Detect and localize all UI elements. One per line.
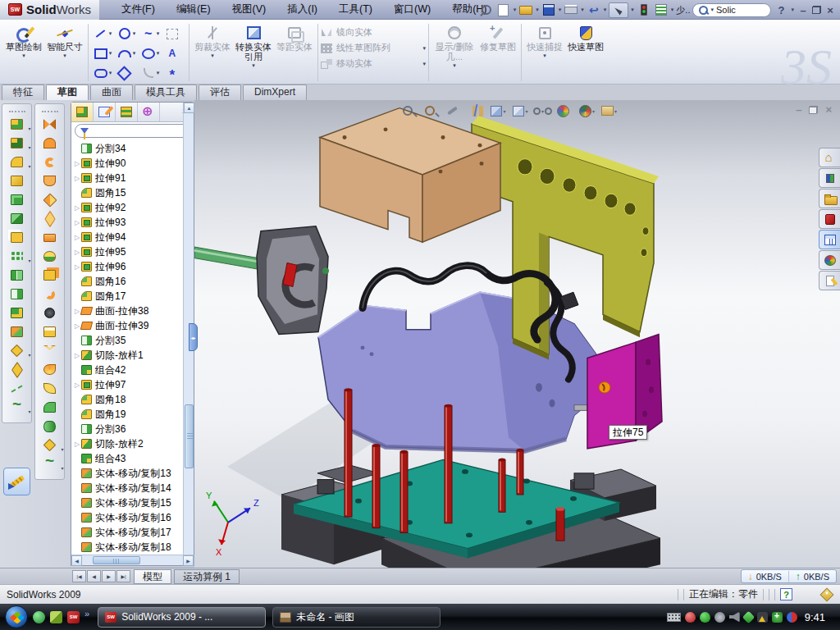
offset-entities-button[interactable]: 等距实体 xyxy=(274,21,315,84)
3d-model-view[interactable]: Y Z X xyxy=(194,100,840,568)
planar-surface-icon[interactable]: ▾ xyxy=(42,212,58,226)
circle-tool-icon[interactable]: ▾ xyxy=(115,24,139,43)
taskbar-clock[interactable]: 9:41 xyxy=(801,611,832,623)
menu-item[interactable]: 窗口(W) xyxy=(383,0,441,19)
search-value[interactable]: Solic xyxy=(716,5,736,15)
scroll-right-button[interactable]: ▶ xyxy=(183,555,194,566)
quick-tips-icon[interactable]: ? xyxy=(780,588,792,600)
ribbon-tab[interactable]: 草图 xyxy=(46,84,89,100)
task-pane-tab[interactable] xyxy=(819,230,840,249)
tree-item[interactable]: 曲面-拉伸38 xyxy=(73,304,182,318)
expand-icon[interactable] xyxy=(73,441,81,448)
tree-item[interactable]: 切除-放样1 xyxy=(73,348,182,363)
task-pane-tab[interactable] xyxy=(819,148,840,167)
rectangle-tool-icon[interactable]: ▾ xyxy=(91,43,115,63)
delete-face-icon[interactable]: ▾ xyxy=(42,306,58,320)
freeform-icon[interactable]: ▾ xyxy=(42,249,58,263)
extruded-cut-icon[interactable]: ▾ xyxy=(9,136,25,150)
health-icon[interactable] xyxy=(772,612,783,623)
ribbon-tab[interactable]: 曲面 xyxy=(90,84,133,100)
task-pane-tab[interactable] xyxy=(819,168,840,188)
messenger-quicklaunch-icon[interactable] xyxy=(33,611,45,623)
save-icon[interactable] xyxy=(541,2,556,17)
update-icon[interactable] xyxy=(714,612,725,623)
linear-sketch-pattern-button[interactable]: 线性草图阵列 ▾ xyxy=(321,42,426,54)
repair-sketch-button[interactable]: 修复草图 xyxy=(477,21,518,84)
insert-part[interactable] xyxy=(194,226,329,335)
tab-nav-button[interactable]: |◀ xyxy=(72,570,86,582)
hide-show-items-icon[interactable]: ▾ xyxy=(532,103,553,119)
ribbon-tab[interactable]: 评估 xyxy=(199,84,241,100)
slot-tool-icon[interactable]: ▾ xyxy=(91,63,115,83)
tree-item[interactable]: 拉伸93 xyxy=(73,215,182,230)
zoom-fit-icon[interactable]: ▾ xyxy=(399,103,420,119)
tab-nav-button[interactable]: ▶ xyxy=(102,570,116,582)
smart-dimension-button[interactable]: 智能尺寸 ▾ xyxy=(44,21,85,84)
tree-item[interactable]: 拉伸96 xyxy=(73,259,182,274)
display-delete-relations-button[interactable]: 显示/删除几... ▾ xyxy=(431,21,477,84)
tree-item[interactable]: 圆角17 xyxy=(73,289,182,304)
tab-nav-button[interactable]: ◀ xyxy=(87,570,101,582)
select-box-tool-icon[interactable]: ▾ xyxy=(162,24,186,43)
filled-surface-icon[interactable]: ▾ xyxy=(42,193,58,207)
rib-icon[interactable]: ▾ xyxy=(9,212,25,226)
wireless-warning-icon[interactable] xyxy=(757,612,768,623)
tree-item[interactable]: 拉伸92 xyxy=(73,200,182,215)
ribbon-tab[interactable]: DimXpert xyxy=(243,84,307,100)
tree-item[interactable]: 实体-移动/复制15 xyxy=(73,495,182,510)
ribbon-tab[interactable]: 模具工具 xyxy=(135,84,197,100)
section-view-icon[interactable]: ▾ xyxy=(466,103,486,119)
start-button[interactable] xyxy=(5,605,28,628)
doc-minimize-button[interactable]: – xyxy=(796,105,801,115)
manager-tab[interactable] xyxy=(71,103,94,121)
polygon-tool-icon[interactable]: ▾ xyxy=(115,63,139,83)
rebuild-icon[interactable] xyxy=(637,2,651,17)
quick-snaps-button[interactable]: 快速捕捉 ▾ xyxy=(524,21,565,84)
tree-item[interactable]: 拉伸97 xyxy=(73,377,182,392)
menu-item[interactable]: 插入(I) xyxy=(276,0,328,19)
graphics-viewport[interactable]: Y Z X ▾ ▾ ▾ ▾ xyxy=(194,100,840,568)
vpn-icon[interactable] xyxy=(742,610,755,623)
expand-icon[interactable] xyxy=(73,263,81,271)
reference-geometry-icon[interactable]: ▾ xyxy=(9,344,25,358)
taskbar-button[interactable]: 未命名 - 画图 xyxy=(272,607,441,628)
boundary-surface-icon[interactable]: ▾ xyxy=(42,174,58,188)
keyboard-input-icon[interactable] xyxy=(667,613,681,622)
expand-icon[interactable] xyxy=(73,381,81,389)
dome-icon[interactable]: ▾ xyxy=(42,419,58,433)
view-settings-icon[interactable]: ▾ xyxy=(599,103,619,119)
sketch-fillet-tool-icon[interactable]: ▾ xyxy=(139,63,162,83)
tree-item[interactable]: 组合43 xyxy=(73,451,182,466)
shield-icon[interactable] xyxy=(700,612,710,623)
axis-icon[interactable]: ▾ xyxy=(9,381,25,395)
plane-icon[interactable]: ▾ xyxy=(9,363,25,377)
solidworks-quicklaunch-icon[interactable]: SW xyxy=(67,611,80,623)
menu-item[interactable]: 编辑(E) xyxy=(166,0,221,19)
menu-item[interactable]: 工具(T) xyxy=(328,0,383,19)
tree-item[interactable]: 切除-放样2 xyxy=(73,436,182,451)
split-feature-icon[interactable]: ▾ xyxy=(9,287,25,301)
chamfer-icon[interactable]: ▾ xyxy=(9,174,25,188)
revolved-surface-icon[interactable]: ▾ xyxy=(42,136,58,150)
reference-geometry-icon[interactable]: ▾ xyxy=(42,438,58,452)
tree-item[interactable]: 实体-移动/复制17 xyxy=(73,525,182,540)
menu-item[interactable]: 视图(V) xyxy=(221,0,277,19)
document-tab[interactable]: 运动算例 1 xyxy=(174,569,240,584)
restore-button[interactable] xyxy=(812,6,821,14)
tab-nav-button[interactable]: ▶| xyxy=(116,570,130,582)
scrollbar-thumb[interactable] xyxy=(93,556,140,564)
volume-icon[interactable] xyxy=(729,612,740,623)
tree-item[interactable]: 圆角16 xyxy=(73,274,182,289)
red-cylinder[interactable] xyxy=(556,507,564,541)
swept-surface-icon[interactable]: ▾ xyxy=(42,117,58,131)
apply-scene-icon[interactable]: ▾ xyxy=(577,103,597,119)
replace-face-icon[interactable]: ▾ xyxy=(42,325,58,339)
minimize-button[interactable]: – xyxy=(797,4,810,16)
expand-icon[interactable] xyxy=(73,175,81,182)
tree-item[interactable]: 曲面-拉伸39 xyxy=(73,318,182,333)
extruded-surface-icon[interactable]: ▾ xyxy=(42,231,58,244)
task-pane-tab[interactable] xyxy=(819,189,840,208)
tree-item[interactable]: 实体-移动/复制16 xyxy=(73,510,182,525)
move-copy-body-icon[interactable]: ▾ xyxy=(9,325,25,339)
extend-surface-icon[interactable]: ▾ xyxy=(42,344,58,358)
